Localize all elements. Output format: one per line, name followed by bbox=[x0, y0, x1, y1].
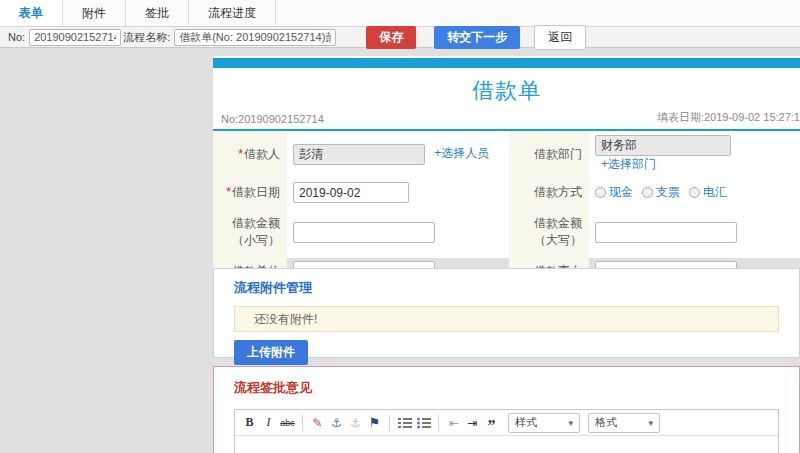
toolbar-separator bbox=[302, 415, 303, 431]
fill-date: 填表日期:2019-09-02 15:27:1 bbox=[657, 110, 800, 125]
method-field-cell: 现金 支票 电汇 bbox=[589, 177, 800, 208]
rich-text-editor: B I abc ✎ ⚓ ⚓ ⚑ bbox=[234, 409, 779, 453]
radio-icon[interactable] bbox=[595, 187, 606, 198]
amount-lower-field-cell bbox=[287, 208, 509, 256]
blockquote-icon[interactable]: ” bbox=[483, 414, 500, 432]
radio-wire-transfer[interactable]: 电汇 bbox=[689, 184, 727, 201]
upload-attachment-button[interactable]: 上传附件 bbox=[234, 340, 308, 365]
format-dropdown[interactable]: 格式 ▾ bbox=[588, 413, 660, 433]
forward-next-step-button[interactable]: 转交下一步 bbox=[434, 26, 520, 49]
form-title: 借款单 bbox=[213, 68, 800, 110]
radio-icon[interactable] bbox=[642, 187, 653, 198]
link-icon[interactable]: ⚓ bbox=[328, 414, 345, 432]
remove-format-icon[interactable]: ✎ bbox=[309, 414, 326, 432]
loan-form-table: *借款人 +选择人员 借款部门 +选择部门 *借款日期 借款方式 bbox=[213, 131, 800, 287]
department-label-cell: 借款部门 bbox=[509, 131, 589, 177]
table-row: *借款日期 借款方式 现金 支票 bbox=[213, 177, 800, 208]
save-button[interactable]: 保存 bbox=[366, 26, 416, 49]
command-bar: No: 流程名称: 保存 转交下一步 返回 bbox=[0, 27, 800, 48]
no-input[interactable] bbox=[29, 29, 121, 46]
style-dropdown-label: 样式 bbox=[515, 415, 537, 430]
loan-form-panel: 借款单 No:20190902152714 填表日期:2019-09-02 15… bbox=[213, 56, 800, 258]
loan-date-input[interactable] bbox=[293, 182, 409, 203]
toolbar-separator bbox=[438, 415, 439, 431]
loan-date-field-cell bbox=[287, 177, 509, 208]
tab-form[interactable]: 表单 bbox=[0, 0, 63, 26]
tab-process-progress[interactable]: 流程进度 bbox=[189, 0, 276, 26]
format-dropdown-label: 格式 bbox=[595, 415, 617, 430]
radio-cheque[interactable]: 支票 bbox=[642, 184, 680, 201]
chevron-down-icon: ▾ bbox=[648, 418, 653, 428]
radio-cash[interactable]: 现金 bbox=[595, 184, 633, 201]
bold-icon[interactable]: B bbox=[241, 414, 258, 432]
department-label: 借款部门 bbox=[534, 147, 582, 161]
method-radio-group: 现金 支票 电汇 bbox=[595, 184, 794, 201]
table-row: *借款人 +选择人员 借款部门 +选择部门 bbox=[213, 131, 800, 177]
method-label-cell: 借款方式 bbox=[509, 177, 589, 208]
radio-cash-label: 现金 bbox=[609, 184, 633, 201]
method-label: 借款方式 bbox=[534, 185, 582, 199]
borrower-input[interactable] bbox=[293, 144, 425, 165]
flag-icon[interactable]: ⚑ bbox=[366, 414, 383, 432]
approval-panel: 流程签批意见 B I abc ✎ ⚓ ⚓ ⚑ bbox=[213, 366, 800, 453]
tab-approval[interactable]: 签批 bbox=[126, 0, 189, 26]
amount-lower-input[interactable] bbox=[293, 222, 435, 243]
accent-bar-top bbox=[213, 58, 800, 68]
bullet-list-icon[interactable] bbox=[415, 414, 432, 432]
form-meta-row: No:20190902152714 填表日期:2019-09-02 15:27:… bbox=[213, 110, 800, 131]
doc-number: No:20190902152714 bbox=[221, 113, 324, 125]
required-mark: * bbox=[238, 147, 243, 161]
tab-attachments[interactable]: 附件 bbox=[63, 0, 126, 26]
unlink-icon[interactable]: ⚓ bbox=[347, 414, 364, 432]
no-label: No: bbox=[8, 31, 25, 43]
editor-content-area[interactable] bbox=[235, 436, 778, 453]
back-button[interactable]: 返回 bbox=[534, 25, 586, 50]
department-input[interactable] bbox=[595, 135, 731, 156]
style-dropdown[interactable]: 样式 ▾ bbox=[508, 413, 580, 433]
required-mark: * bbox=[226, 185, 231, 199]
borrower-label-cell: *借款人 bbox=[213, 131, 287, 177]
amount-upper-field-cell bbox=[589, 208, 800, 256]
radio-cheque-label: 支票 bbox=[656, 184, 680, 201]
select-person-link[interactable]: +选择人员 bbox=[434, 146, 489, 160]
editor-toolbar: B I abc ✎ ⚓ ⚓ ⚑ bbox=[235, 410, 778, 436]
toolbar-separator bbox=[389, 415, 390, 431]
radio-wire-transfer-label: 电汇 bbox=[703, 184, 727, 201]
attachments-panel: 流程附件管理 还没有附件! 上传附件 bbox=[213, 268, 800, 358]
attachments-title: 流程附件管理 bbox=[234, 279, 779, 297]
select-department-link[interactable]: +选择部门 bbox=[601, 157, 656, 171]
amount-lower-label: 借款金额（小写） bbox=[232, 216, 280, 247]
italic-icon[interactable]: I bbox=[260, 414, 277, 432]
table-row: 借款金额（小写） 借款金额（大写） bbox=[213, 208, 800, 256]
department-field-cell: +选择部门 bbox=[589, 131, 800, 177]
flow-name-label: 流程名称: bbox=[123, 30, 170, 45]
amount-upper-input[interactable] bbox=[595, 222, 737, 243]
approval-title: 流程签批意见 bbox=[234, 379, 779, 397]
loan-date-label: 借款日期 bbox=[232, 185, 280, 199]
flow-name-input[interactable] bbox=[174, 29, 336, 46]
amount-upper-label-cell: 借款金额（大写） bbox=[509, 208, 589, 256]
chevron-down-icon: ▾ bbox=[568, 418, 573, 428]
borrower-field-cell: +选择人员 bbox=[287, 131, 509, 177]
amount-upper-label: 借款金额（大写） bbox=[534, 216, 582, 247]
indent-icon[interactable]: ⇥ bbox=[464, 414, 481, 432]
radio-icon[interactable] bbox=[689, 187, 700, 198]
tab-bar: 表单 附件 签批 流程进度 bbox=[0, 0, 800, 27]
ordered-list-icon[interactable] bbox=[396, 414, 413, 432]
borrower-label: 借款人 bbox=[244, 147, 280, 161]
outdent-icon[interactable]: ⇤ bbox=[445, 414, 462, 432]
loan-date-label-cell: *借款日期 bbox=[213, 177, 287, 208]
amount-lower-label-cell: 借款金额（小写） bbox=[213, 208, 287, 256]
strikethrough-icon[interactable]: abc bbox=[279, 414, 296, 432]
no-attachments-message: 还没有附件! bbox=[234, 306, 779, 332]
